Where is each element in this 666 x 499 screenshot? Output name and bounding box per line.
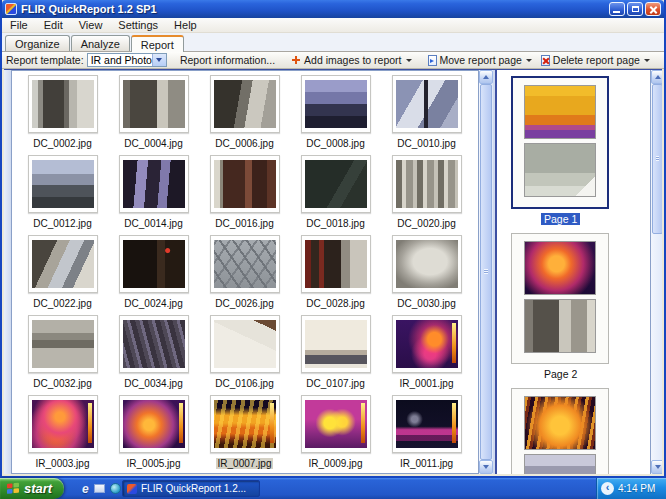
report-page-item[interactable]: Page 1 xyxy=(497,76,650,227)
thumbnail-item[interactable]: DC_0016.jpg xyxy=(199,154,290,234)
thumbnail-item[interactable]: DC_0107.jpg xyxy=(290,314,381,394)
thumbnail-filename: DC_0032.jpg xyxy=(31,378,93,389)
thumbnail-item[interactable]: DC_0028.jpg xyxy=(290,234,381,314)
report-page-item[interactable]: Page 2 xyxy=(497,233,650,382)
thumbnail-frame xyxy=(392,235,462,293)
scroll-down-button[interactable] xyxy=(651,460,662,474)
thumbnail-frame xyxy=(392,155,462,213)
thumbnail-image xyxy=(305,400,367,448)
thumbnail-item[interactable]: DC_0004.jpg xyxy=(108,74,199,154)
thumbnail-filename: DC_0020.jpg xyxy=(395,218,457,229)
thumbnail-frame xyxy=(392,75,462,133)
system-tray: ‹ 4:14 PM xyxy=(596,478,666,499)
report-pages-scrollbar[interactable] xyxy=(650,70,662,474)
thumbnail-image xyxy=(396,240,458,288)
tab-analyze[interactable]: Analyze xyxy=(71,35,130,51)
media-player-icon[interactable] xyxy=(110,483,121,494)
scroll-up-button[interactable] xyxy=(651,70,662,84)
thumbnail-item[interactable]: DC_0010.jpg xyxy=(381,74,472,154)
thumbnail-image xyxy=(396,160,458,208)
thumbnail-item[interactable]: IR_0001.jpg xyxy=(381,314,472,394)
chevron-down-icon xyxy=(156,58,162,62)
thumbnail-item[interactable]: IR_0007.jpg xyxy=(199,394,290,474)
report-page-preview[interactable] xyxy=(511,233,609,364)
delete-report-page-button[interactable]: Delete report page xyxy=(538,53,653,67)
thumbnail-filename: DC_0030.jpg xyxy=(395,298,457,309)
thumbnail-item[interactable]: DC_0018.jpg xyxy=(290,154,381,234)
report-template-combobox[interactable]: IR and Photo xyxy=(87,53,167,67)
combo-dropdown-button[interactable] xyxy=(152,54,166,66)
thumbnail-item[interactable]: DC_0032.jpg xyxy=(17,314,108,394)
tab-report[interactable]: Report xyxy=(131,35,184,52)
report-page-item[interactable] xyxy=(497,388,650,474)
thumbnail-image xyxy=(214,240,276,288)
thumbnail-item[interactable]: DC_0002.jpg xyxy=(17,74,108,154)
scroll-down-button[interactable] xyxy=(479,460,493,474)
chevron-down-icon xyxy=(644,59,650,62)
thumbnail-item[interactable]: IR_0011.jpg xyxy=(381,394,472,474)
thumbnail-item[interactable]: DC_0106.jpg xyxy=(199,314,290,394)
thumbnail-filename: DC_0022.jpg xyxy=(31,298,93,309)
scrollbar-thumb[interactable] xyxy=(652,84,662,234)
thumbnail-frame xyxy=(28,75,98,133)
report-template-value: IR and Photo xyxy=(88,54,152,66)
thumbnail-filename: DC_0012.jpg xyxy=(31,218,93,229)
thumbnail-item[interactable]: DC_0020.jpg xyxy=(381,154,472,234)
thumbnail-frame xyxy=(392,315,462,373)
thumbnail-item[interactable]: IR_0005.jpg xyxy=(108,394,199,474)
clock: 4:14 PM xyxy=(618,483,655,494)
internet-explorer-icon[interactable]: e xyxy=(82,482,89,496)
thumbnail-frame xyxy=(119,235,189,293)
add-images-button[interactable]: Add images to report xyxy=(288,53,414,67)
taskbar: start e FLIR QuickReport 1.2... ‹ 4:14 P… xyxy=(0,478,666,499)
add-images-icon xyxy=(291,55,301,65)
thumbnail-item[interactable]: DC_0022.jpg xyxy=(17,234,108,314)
thumbnail-item[interactable]: DC_0006.jpg xyxy=(199,74,290,154)
thumbnail-filename: DC_0006.jpg xyxy=(213,138,275,149)
thumbnail-item[interactable]: DC_0034.jpg xyxy=(108,314,199,394)
thumbnail-filename: IR_0005.jpg xyxy=(125,458,183,469)
thumbnail-item[interactable]: IR_0003.jpg xyxy=(17,394,108,474)
report-page-preview[interactable] xyxy=(511,76,609,209)
thumbnail-item[interactable]: IR_0009.jpg xyxy=(290,394,381,474)
thumbnail-frame xyxy=(210,315,280,373)
title-bar[interactable]: FLIR QuickReport 1.2 SP1 xyxy=(2,0,664,18)
thumbnail-image xyxy=(32,240,94,288)
thumbnail-image xyxy=(305,240,367,288)
thumbnail-filename: DC_0008.jpg xyxy=(304,138,366,149)
thumbnail-item[interactable]: DC_0030.jpg xyxy=(381,234,472,314)
window-title: FLIR QuickReport 1.2 SP1 xyxy=(21,3,605,15)
add-images-label: Add images to report xyxy=(304,54,401,66)
tab-organize[interactable]: Organize xyxy=(5,35,70,51)
thumbnail-item[interactable]: DC_0008.jpg xyxy=(290,74,381,154)
thumbnail-item[interactable]: DC_0024.jpg xyxy=(108,234,199,314)
thumbnail-image xyxy=(214,80,276,128)
report-page-preview[interactable] xyxy=(511,388,609,474)
image-browser-scrollbar[interactable] xyxy=(479,70,493,474)
report-information-button[interactable]: Report information... xyxy=(177,53,278,67)
menu-settings[interactable]: Settings xyxy=(110,19,166,31)
menu-view[interactable]: View xyxy=(71,19,111,31)
thumbnail-filename: DC_0024.jpg xyxy=(122,298,184,309)
thumbnail-image xyxy=(214,320,276,368)
show-desktop-icon[interactable] xyxy=(94,484,105,493)
close-button[interactable] xyxy=(645,2,661,16)
chevron-down-icon xyxy=(526,59,532,62)
app-window: FLIR QuickReport 1.2 SP1 File Edit View … xyxy=(0,0,666,478)
scrollbar-thumb[interactable] xyxy=(480,84,492,460)
menu-edit[interactable]: Edit xyxy=(36,19,71,31)
report-page-ir-image xyxy=(524,241,596,295)
minimize-button[interactable] xyxy=(609,2,625,16)
thumbnail-item[interactable]: DC_0026.jpg xyxy=(199,234,290,314)
start-button[interactable]: start xyxy=(0,478,64,499)
thumbnail-filename: DC_0004.jpg xyxy=(122,138,184,149)
restore-button[interactable] xyxy=(627,2,643,16)
thumbnail-item[interactable]: DC_0014.jpg xyxy=(108,154,199,234)
menu-help[interactable]: Help xyxy=(166,19,205,31)
taskbar-task-button[interactable]: FLIR QuickReport 1.2... xyxy=(122,480,260,497)
hide-tray-icons-button[interactable]: ‹ xyxy=(601,482,614,495)
move-report-page-button[interactable]: Move report page xyxy=(425,53,535,67)
scroll-up-button[interactable] xyxy=(479,70,493,84)
menu-file[interactable]: File xyxy=(2,19,36,31)
thumbnail-item[interactable]: DC_0012.jpg xyxy=(17,154,108,234)
